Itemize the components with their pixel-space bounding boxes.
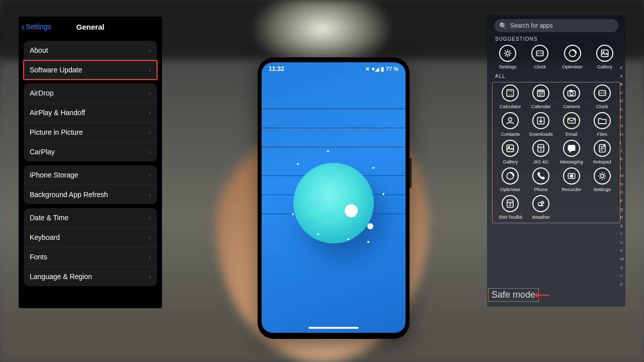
index-Z[interactable]: Z bbox=[620, 282, 624, 287]
android-phone-mockup: 11:32 ✕ ▾◢ ▮ 77 % bbox=[258, 57, 410, 339]
dnd-icon: ✕ bbox=[365, 66, 370, 72]
note-icon bbox=[594, 140, 611, 157]
chevron-right-icon: › bbox=[148, 46, 151, 54]
clock-icon: 11:57 bbox=[531, 45, 548, 62]
wallpaper-dot bbox=[367, 223, 373, 229]
app-downloads[interactable]: Downloads bbox=[526, 112, 556, 137]
rec-icon bbox=[563, 167, 580, 185]
app-calendar[interactable]: Monday27Calendar bbox=[526, 84, 556, 109]
index-B[interactable]: B bbox=[620, 82, 624, 86]
cal-icon: Monday27 bbox=[532, 84, 549, 102]
chevron-right-icon: › bbox=[148, 191, 151, 199]
index-U[interactable]: U bbox=[620, 240, 624, 245]
callout-arrow-icon bbox=[532, 293, 552, 298]
app-messaging[interactable]: Messaging bbox=[557, 140, 587, 164]
index-K[interactable]: K bbox=[620, 157, 624, 161]
index-R[interactable]: R bbox=[620, 215, 624, 220]
app-sim-toolkit[interactable]: 2SIM Toolkit bbox=[496, 195, 525, 220]
app-label: JIO 4G bbox=[533, 159, 548, 164]
app-label: Gallery bbox=[503, 159, 518, 164]
app-files[interactable]: Files bbox=[587, 112, 617, 137]
index-S[interactable]: S bbox=[620, 224, 624, 228]
index-C[interactable]: C bbox=[620, 90, 624, 95]
search-icon: 🔍 bbox=[499, 22, 507, 30]
chevron-right-icon: › bbox=[148, 214, 151, 222]
index-P[interactable]: P bbox=[620, 199, 624, 203]
app-clock[interactable]: 11:57Clock bbox=[587, 84, 617, 109]
row-label: AirPlay & Handoff bbox=[30, 109, 85, 117]
index-N[interactable]: N bbox=[620, 182, 624, 187]
power-button bbox=[410, 158, 412, 188]
battery-icon: ▮ bbox=[381, 66, 384, 72]
app-camera[interactable]: Camera bbox=[557, 84, 587, 109]
settings-row-software-update[interactable]: Software Update› bbox=[24, 60, 157, 79]
search-apps-input[interactable]: 🔍 Search for apps bbox=[494, 19, 618, 32]
app-settings[interactable]: Settings bbox=[492, 45, 523, 69]
settings-row-carplay[interactable]: CarPlay› bbox=[24, 142, 157, 161]
sim-icon: 1 bbox=[532, 140, 549, 157]
app-label: Gallery bbox=[597, 64, 612, 69]
gear-icon bbox=[594, 167, 611, 185]
folder-icon bbox=[594, 112, 611, 129]
index-L[interactable]: L bbox=[620, 165, 624, 170]
app-label: Settings bbox=[593, 187, 610, 192]
index-E[interactable]: E bbox=[620, 107, 624, 112]
settings-row-about[interactable]: About› bbox=[24, 41, 157, 60]
app-jio-4g[interactable]: 1JIO 4G bbox=[526, 140, 556, 164]
app-calculator[interactable]: +×−=Calculator bbox=[496, 84, 525, 109]
index-M[interactable]: M bbox=[620, 173, 624, 178]
app-contacts[interactable]: Contacts bbox=[496, 112, 525, 137]
app-settings[interactable]: Settings bbox=[587, 167, 617, 192]
settings-row-fonts[interactable]: Fonts› bbox=[24, 247, 157, 267]
svg-text:1: 1 bbox=[540, 147, 542, 152]
app-phone[interactable]: Phone bbox=[526, 167, 556, 192]
wallpaper-dot bbox=[345, 204, 358, 217]
index-Y[interactable]: Y bbox=[620, 274, 624, 278]
index-Q[interactable]: Q bbox=[620, 207, 624, 212]
settings-row-airplay-handoff[interactable]: AirPlay & Handoff› bbox=[24, 103, 157, 123]
calc-icon: +×−= bbox=[502, 84, 519, 102]
index-F[interactable]: F bbox=[620, 115, 624, 120]
index-I[interactable]: I bbox=[620, 140, 624, 145]
settings-row-picture-in-picture[interactable]: Picture in Picture› bbox=[24, 123, 157, 142]
settings-row-iphone-storage[interactable]: iPhone Storage› bbox=[24, 165, 157, 185]
app-clock[interactable]: 11:57Clock bbox=[524, 45, 555, 69]
settings-row-language-region[interactable]: Language & Region› bbox=[24, 267, 157, 286]
index-X[interactable]: X bbox=[620, 265, 624, 270]
app-optimiser[interactable]: Optimiser bbox=[557, 45, 588, 69]
row-label: Date & Time bbox=[30, 214, 68, 222]
settings-row-keyboard[interactable]: Keyboard› bbox=[24, 228, 157, 247]
svg-point-5 bbox=[603, 51, 604, 53]
app-optimiser[interactable]: Optimiser bbox=[496, 167, 525, 192]
chevron-right-icon: › bbox=[148, 273, 151, 281]
safe-mode-badge: Safe mode bbox=[488, 288, 539, 302]
settings-row-airdrop[interactable]: AirDrop› bbox=[24, 83, 157, 103]
app-weather[interactable]: Weather bbox=[526, 195, 556, 220]
app-notepad[interactable]: Notepad bbox=[587, 140, 617, 164]
wifi-icon: ▾◢ bbox=[372, 66, 379, 72]
row-label: Software Update bbox=[30, 66, 82, 74]
settings-row-date-time[interactable]: Date & Time› bbox=[24, 208, 157, 228]
index-T[interactable]: T bbox=[620, 232, 624, 236]
index-V[interactable]: V bbox=[620, 248, 624, 253]
index-H[interactable]: H bbox=[620, 132, 624, 137]
chevron-right-icon: › bbox=[148, 171, 151, 179]
gallery-icon bbox=[596, 45, 613, 62]
index-A[interactable]: A bbox=[620, 74, 624, 78]
svg-point-33 bbox=[541, 201, 543, 203]
index-O[interactable]: O bbox=[620, 190, 624, 195]
app-email[interactable]: Email bbox=[557, 112, 587, 137]
status-time: 11:32 bbox=[269, 65, 284, 72]
home-indicator[interactable] bbox=[308, 327, 359, 329]
app-gallery[interactable]: Gallery bbox=[589, 45, 620, 69]
alpha-scroll-index[interactable]: #ABCDEFGHIJKLMNOPQRSTUVWXYZ bbox=[620, 65, 624, 287]
settings-row-background-app-refresh[interactable]: Background App Refresh› bbox=[24, 185, 157, 204]
app-gallery[interactable]: Gallery bbox=[496, 140, 525, 164]
index-G[interactable]: G bbox=[620, 124, 624, 128]
index-W[interactable]: W bbox=[620, 257, 624, 261]
weather-icon bbox=[532, 195, 549, 212]
index-#[interactable]: # bbox=[620, 65, 624, 70]
app-recorder[interactable]: Recorder bbox=[557, 167, 587, 192]
index-J[interactable]: J bbox=[620, 149, 624, 153]
index-D[interactable]: D bbox=[620, 99, 624, 103]
